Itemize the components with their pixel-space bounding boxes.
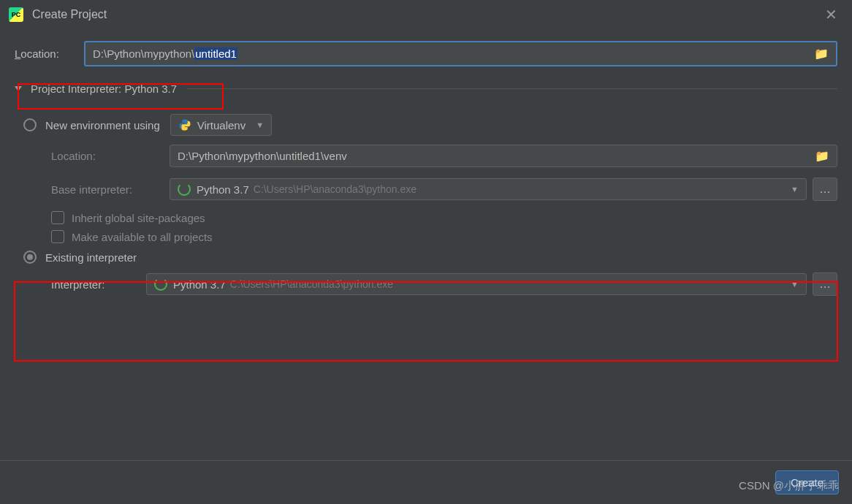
browse-base-button[interactable]: …: [813, 177, 837, 201]
window-title: Create Project: [32, 8, 107, 21]
titlebar: PC Create Project ✕: [0, 0, 852, 29]
create-button[interactable]: Create: [775, 470, 839, 495]
python-badge-icon: [178, 183, 191, 196]
interpreter-label: Interpreter:: [51, 278, 146, 291]
env-location-value: D:\Python\mypython\untitled1\venv: [178, 150, 347, 162]
footer: Create: [0, 460, 852, 504]
existing-interpreter-radio[interactable]: [23, 251, 37, 264]
base-interpreter-select[interactable]: Python 3.7 C:\Users\HP\anaconda3\python.…: [170, 178, 807, 200]
inherit-checkbox-row[interactable]: Inherit global site-packages: [51, 211, 837, 224]
env-tool-value: Virtualenv: [197, 119, 246, 131]
inherit-label: Inherit global site-packages: [72, 212, 205, 224]
existing-interpreter-label: Existing interpreter: [45, 251, 137, 264]
env-location-input[interactable]: D:\Python\mypython\untitled1\venv 📁: [170, 145, 837, 167]
existing-interpreter-select[interactable]: Python 3.7 C:\Users\HP\anaconda3\python.…: [146, 273, 807, 295]
chevron-down-icon: ▼: [256, 121, 264, 129]
new-environment-radio-row[interactable]: New environment using Virtualenv ▼: [15, 110, 837, 145]
chevron-down-icon: ▼: [791, 280, 799, 289]
existing-interpreter-name: Python 3.7: [173, 278, 226, 291]
make-available-label: Make available to all projects: [72, 231, 213, 243]
expand-icon: [15, 86, 22, 91]
python-icon: [178, 118, 191, 131]
location-label: Location:: [15, 47, 84, 60]
folder-icon[interactable]: 📁: [814, 47, 829, 61]
divider: [187, 88, 837, 89]
folder-icon[interactable]: 📁: [815, 149, 829, 163]
location-path-selection: untitled1: [194, 47, 237, 60]
chevron-down-icon: ▼: [791, 185, 799, 194]
new-environment-radio[interactable]: [23, 118, 37, 131]
env-location-label: Location:: [51, 150, 170, 162]
base-interpreter-path: C:\Users\HP\anaconda3\python.exe: [254, 183, 417, 195]
interpreter-section-label: Project Interpreter: Python 3.7: [31, 83, 177, 95]
python-badge-icon: [154, 278, 167, 291]
base-interpreter-name: Python 3.7: [197, 183, 249, 196]
inherit-checkbox[interactable]: [51, 211, 64, 224]
browse-existing-button[interactable]: …: [813, 272, 837, 296]
env-tool-select[interactable]: Virtualenv ▼: [170, 114, 272, 136]
location-path-prefix: D:\Python\mypython\: [93, 47, 194, 60]
new-environment-label: New environment using: [45, 119, 160, 131]
app-icon: PC: [9, 7, 23, 22]
interpreter-section-header[interactable]: Project Interpreter: Python 3.7: [15, 78, 837, 99]
existing-interpreter-path: C:\Users\HP\anaconda3\python.exe: [230, 278, 393, 290]
make-available-checkbox-row[interactable]: Make available to all projects: [51, 230, 837, 243]
location-input[interactable]: D:\Python\mypython\untitled1 📁: [84, 41, 837, 66]
existing-interpreter-radio-row[interactable]: Existing interpreter: [15, 249, 837, 272]
base-interpreter-label: Base interpreter:: [51, 183, 170, 196]
make-available-checkbox[interactable]: [51, 230, 64, 243]
close-icon[interactable]: ✕: [819, 3, 843, 26]
